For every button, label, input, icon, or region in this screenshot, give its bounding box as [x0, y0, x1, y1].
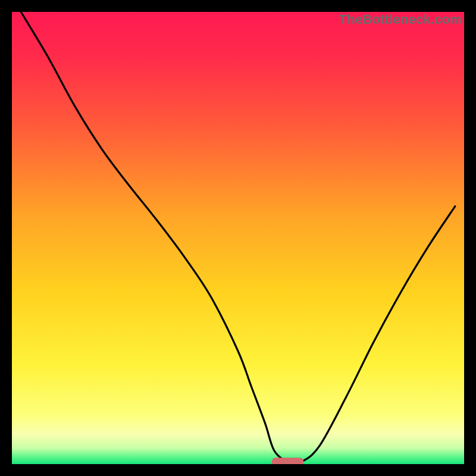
optimal-range-marker [272, 458, 303, 464]
bottleneck-chart [12, 12, 464, 464]
chart-frame: TheBottleneck.com [12, 12, 464, 464]
gradient-background [12, 12, 464, 464]
watermark-text: TheBottleneck.com [339, 12, 462, 27]
